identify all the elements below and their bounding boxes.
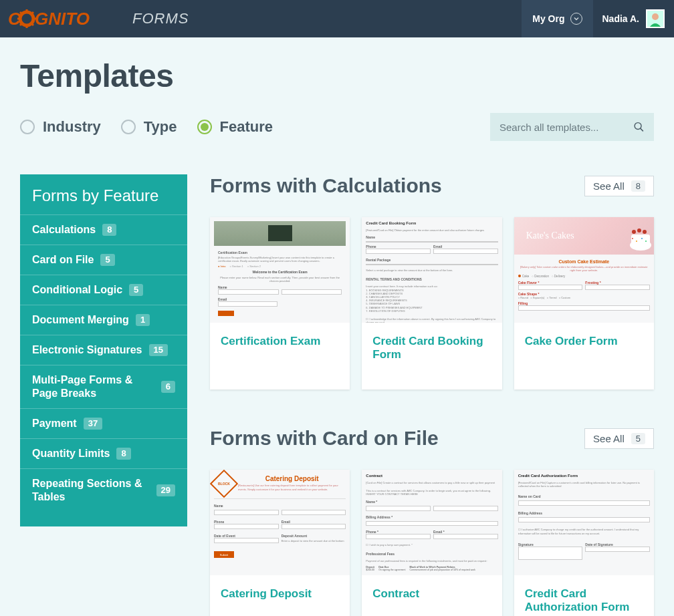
tab-type[interactable]: Type	[121, 118, 177, 136]
template-card[interactable]: Kate's Cakes Custom Cake Estimate [Baker…	[514, 217, 654, 390]
page: Templates Industry Type Feature	[0, 37, 674, 616]
see-all-count: 5	[631, 433, 645, 444]
logo[interactable]: C GNITO FORMS	[8, 7, 189, 30]
tab-label: Feature	[220, 118, 273, 136]
template-thumb: Credit Card Authorization Form [Featured…	[514, 470, 654, 575]
see-all-button[interactable]: See All 5	[584, 428, 654, 449]
template-card[interactable]: BLOCK Catering Deposit [Restaurants] Use…	[210, 470, 350, 616]
topbar: C GNITO FORMS My Org Nadia A.	[0, 0, 674, 37]
tab-label: Type	[144, 118, 177, 136]
sidebar-item-label: Payment	[32, 417, 77, 430]
main: Forms with Calculations See All 8 Certif…	[210, 174, 654, 616]
sidebar-item-label: Quantity Limits	[32, 447, 110, 460]
svg-line-6	[20, 12, 22, 14]
svg-point-12	[652, 13, 659, 20]
tab-feature[interactable]: Feature	[197, 118, 273, 136]
thumb-label: Name on Card	[518, 494, 650, 498]
thumb-brand: Kate's Cakes	[526, 230, 574, 241]
count-badge: 15	[149, 344, 168, 356]
sidebar-item-label: Electronic Signatures	[32, 343, 142, 357]
template-thumb: Kate's Cakes Custom Cake Estimate [Baker…	[514, 217, 654, 323]
sidebar-item-quantity-limits[interactable]: Quantity Limits 8	[20, 438, 187, 468]
see-all-label: See All	[593, 433, 625, 444]
svg-text:GNITO: GNITO	[35, 9, 90, 29]
org-switcher[interactable]: My Org	[522, 0, 592, 37]
count-badge: 5	[129, 284, 143, 296]
sidebar-item-multipage[interactable]: Multi-Page Forms & Page Breaks 6	[20, 365, 187, 408]
see-all-count: 8	[631, 180, 645, 192]
svg-point-19	[643, 230, 647, 234]
template-thumb: Contract [Card on File] Create a contrac…	[362, 470, 501, 575]
chevron-down-icon	[570, 13, 582, 25]
count-badge: 29	[156, 484, 175, 496]
thumb-label: Billing Address	[518, 511, 650, 515]
count-badge: 8	[102, 224, 116, 236]
count-badge: 1	[136, 314, 150, 326]
template-card[interactable]: Credit Card Booking Form [Featured/Card …	[362, 217, 501, 390]
user-menu[interactable]: Nadia A.	[593, 0, 675, 37]
thumb-subtitle: Custom Cake Estimate	[518, 259, 650, 264]
user-name: Nadia A.	[602, 13, 640, 24]
sidebar-item-conditional-logic[interactable]: Conditional Logic 5	[20, 275, 187, 305]
svg-point-20	[632, 238, 633, 239]
svg-point-21	[636, 241, 637, 242]
card-title: Credit Card Booking Form	[362, 323, 501, 390]
svg-point-18	[637, 228, 641, 233]
sidebar-item-label: Calculations	[32, 223, 96, 237]
template-card[interactable]: Credit Card Authorization Form [Featured…	[514, 470, 654, 616]
svg-point-13	[635, 123, 641, 130]
tab-label: Industry	[43, 118, 101, 136]
card-title: Contract	[362, 575, 501, 616]
radio-icon	[197, 120, 212, 134]
sidebar-item-calculations[interactable]: Calculations 8	[20, 214, 187, 245]
thumb-title: Credit Card Authorization Form	[518, 474, 650, 478]
svg-line-8	[20, 23, 22, 25]
sidebar-item-label: Card on File	[32, 253, 94, 267]
avatar	[646, 9, 665, 28]
topbar-right: My Org Nadia A.	[522, 0, 674, 37]
search-wrap	[490, 113, 654, 141]
sidebar-item-label: Multi-Page Forms & Page Breaks	[32, 373, 154, 400]
thumb-subtitle: Welcome to the Certification Exam	[218, 270, 342, 274]
thumb-section: Professional Fees	[366, 552, 497, 556]
card-title: Certification Exam	[210, 323, 350, 390]
tab-industry[interactable]: Industry	[20, 118, 101, 136]
svg-point-17	[632, 230, 636, 234]
see-all-label: See All	[593, 180, 625, 192]
card-title: Cake Order Form	[514, 323, 654, 390]
card-row: BLOCK Catering Deposit [Restaurants] Use…	[210, 470, 654, 616]
count-badge: 6	[161, 381, 175, 393]
filter-tabs: Industry Type Feature	[20, 118, 273, 136]
sidebar-item-card-on-file[interactable]: Card on File 5	[20, 245, 187, 275]
page-title: Templates	[20, 57, 654, 94]
template-card[interactable]: Certification Exam [Education Groups/Eve…	[210, 217, 350, 390]
section-title: Forms with Card on File	[210, 427, 439, 450]
thumb-title: Credit Card Booking Form	[366, 221, 497, 225]
svg-rect-16	[631, 235, 650, 245]
card-title: Credit Card Authorization Form	[514, 575, 654, 616]
template-thumb: BLOCK Catering Deposit [Restaurants] Use…	[210, 470, 350, 575]
template-card[interactable]: Contract [Card on File] Create a contrac…	[362, 470, 501, 616]
sidebar-item-document-merging[interactable]: Document Merging 1	[20, 305, 187, 335]
logo-suffix: FORMS	[132, 10, 189, 27]
sidebar-item-repeating-sections[interactable]: Repeating Sections & Tables 29	[20, 468, 187, 512]
svg-point-22	[641, 238, 643, 239]
sidebar-item-label: Repeating Sections & Tables	[32, 477, 150, 504]
thumb-title: Contract	[366, 474, 497, 478]
sidebar-item-label: Document Merging	[32, 313, 129, 327]
filter-row: Industry Type Feature	[20, 113, 654, 141]
template-thumb: Credit Card Booking Form [Featured/Card …	[362, 217, 501, 323]
org-label: My Org	[532, 13, 564, 24]
sidebar-item-electronic-signatures[interactable]: Electronic Signatures 15	[20, 335, 187, 365]
section-head: Forms with Card on File See All 5	[210, 427, 654, 450]
radio-icon	[121, 120, 136, 134]
section-title: Forms with Calculations	[210, 174, 442, 197]
sidebar: Forms by Feature Calculations 8 Card on …	[20, 174, 187, 526]
sidebar-item-payment[interactable]: Payment 37	[20, 408, 187, 438]
radio-icon	[20, 120, 35, 134]
count-badge: 37	[84, 418, 102, 430]
see-all-button[interactable]: See All 8	[584, 176, 654, 196]
card-row: Certification Exam [Education Groups/Eve…	[210, 217, 654, 390]
search-input[interactable]	[499, 122, 627, 133]
thumb-section: RENTAL TERMS AND CONDITIONS	[366, 277, 497, 281]
